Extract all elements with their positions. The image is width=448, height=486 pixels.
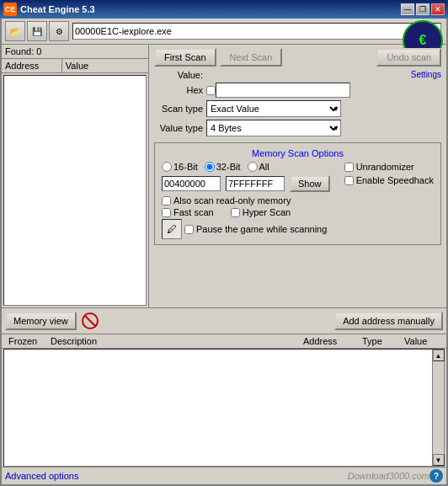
status-bar: Advanced options Download3000.com ? [2, 467, 446, 484]
title-buttons: — ❐ ✕ [401, 3, 445, 15]
to-input[interactable] [226, 176, 285, 191]
address-list-body [3, 75, 147, 306]
scan-type-row: Scan type Exact Value [154, 100, 441, 117]
fast-check-row: Fast scan [162, 207, 214, 217]
value-type-row: Value type 4 Bytes [154, 120, 441, 136]
stop-scan-button[interactable] [80, 311, 100, 331]
next-scan-button[interactable]: Next Scan [220, 48, 283, 67]
bit-radio-group: 16-Bit 32-Bit All [162, 162, 338, 172]
memory-scan-options: Memory Scan Options 16-Bit 32-Bit [154, 142, 441, 245]
watermark: Download3000.com [348, 471, 429, 481]
radio-32bit-label: 32-Bit [205, 162, 241, 172]
save-button[interactable]: 💾 [27, 21, 47, 41]
value-label: Value: [154, 70, 206, 80]
toolbar: 📂 💾 ⚙ € [2, 19, 446, 45]
process-input[interactable] [72, 23, 441, 40]
results-table-header: Frozen Description Address Type Value [2, 334, 446, 349]
readonly-checkbox[interactable] [162, 196, 171, 206]
hyper-scan-checkbox[interactable] [231, 208, 240, 217]
value-type-label: Value type [154, 123, 206, 133]
left-panel: Found: 0 Address Value [2, 45, 149, 307]
minimize-button[interactable]: — [401, 3, 414, 15]
radio-all-label: All [248, 162, 269, 172]
unrandomizer-checkbox[interactable] [344, 163, 354, 172]
scan-options-left: 16-Bit 32-Bit All [162, 162, 338, 239]
bottom-section: Memory view Add address manually Frozen … [2, 307, 446, 484]
add-address-button[interactable]: Add address manually [334, 312, 443, 330]
undo-scan-button[interactable]: Undo scan [376, 48, 441, 67]
scan-buttons-row: First Scan Next Scan Undo scan [154, 48, 441, 67]
pointer-icon: 🖊 [167, 223, 177, 235]
from-input[interactable] [162, 176, 221, 191]
close-button[interactable]: ✕ [431, 3, 445, 15]
open-icon: 📂 [10, 27, 20, 36]
main-window: 📂 💾 ⚙ € Found: 0 Address Value First [0, 19, 448, 486]
bottom-toolbar: Memory view Add address manually [2, 308, 446, 334]
radio-all[interactable] [248, 162, 258, 172]
unrandomizer-row: Unrandomizer [344, 162, 434, 172]
pointer-icon-box[interactable]: 🖊 [162, 219, 182, 239]
hex-label: Hex [154, 85, 206, 95]
main-content: Found: 0 Address Value First Scan Next S… [2, 45, 446, 307]
hex-row: Hex [154, 83, 441, 98]
scroll-down-arrow[interactable]: ▼ [433, 454, 445, 466]
scan-type-select[interactable]: Exact Value [206, 100, 341, 117]
scroll-up-arrow[interactable]: ▲ [433, 350, 445, 361]
value-col-header: Value [62, 59, 148, 72]
value-type-wrapper: 4 Bytes [206, 120, 341, 136]
value-col-header: Value [401, 336, 443, 346]
radio-16bit[interactable] [162, 162, 172, 172]
frozen-col-header: Frozen [5, 336, 47, 346]
save-icon: 💾 [32, 27, 42, 36]
address-col-header: Address [300, 336, 359, 346]
open-button[interactable]: 📂 [5, 21, 25, 41]
hyper-check-row: Hyper Scan [231, 207, 291, 217]
restore-button[interactable]: ❐ [416, 3, 429, 15]
fast-hyper-row: Fast scan Hyper Scan [162, 207, 338, 217]
right-extras: Unrandomizer Enable Speedhack [344, 162, 434, 185]
hex-checkbox[interactable] [206, 86, 216, 95]
speedhack-row: Enable Speedhack [344, 175, 434, 185]
first-scan-button[interactable]: First Scan [154, 48, 216, 67]
svg-line-1 [84, 315, 96, 327]
address-list-header: Address Value [2, 59, 148, 73]
help-button[interactable]: ? [429, 469, 443, 483]
desc-col-header: Description [47, 336, 300, 346]
right-panel: First Scan Next Scan Undo scan Settings … [149, 45, 446, 307]
type-col-header: Type [359, 336, 401, 346]
settings-link[interactable]: Settings [411, 70, 441, 79]
found-label: Found: 0 [2, 45, 148, 59]
speedhack-checkbox[interactable] [344, 176, 354, 185]
title-text: Cheat Engine 5.3 [20, 4, 95, 14]
value-input[interactable] [216, 83, 350, 98]
app-icon: CE [3, 3, 17, 16]
radio-32bit[interactable] [205, 162, 215, 172]
value-row: Value: [154, 70, 441, 80]
scan-checkboxes: Also scan read-only memory Fast scan Hyp… [162, 195, 338, 239]
results-scrollbar: ▲ ▼ [432, 350, 444, 466]
pause-check-row: 🖊 Pause the game while scanning [162, 219, 338, 239]
scan-type-label: Scan type [154, 104, 206, 114]
results-body: ▲ ▼ [3, 349, 445, 467]
memory-view-button[interactable]: Memory view [5, 312, 77, 330]
advanced-options-link[interactable]: Advanced options [5, 471, 78, 481]
fast-scan-checkbox[interactable] [162, 208, 171, 217]
address-col-header: Address [2, 59, 62, 72]
range-row: Show [162, 175, 338, 192]
settings-icon: ⚙ [56, 27, 63, 36]
settings-toolbar-button[interactable]: ⚙ [49, 21, 69, 41]
title-bar: CE Cheat Engine 5.3 — ❐ ✕ [0, 0, 448, 19]
show-button[interactable]: Show [290, 175, 330, 192]
scan-type-wrapper: Exact Value [206, 100, 341, 117]
radio-16bit-label: 16-Bit [162, 162, 198, 172]
pause-checkbox[interactable] [184, 225, 194, 234]
value-type-select[interactable]: 4 Bytes [206, 120, 341, 136]
scan-options-title: Memory Scan Options [162, 148, 434, 158]
readonly-check-row: Also scan read-only memory [162, 195, 338, 206]
title-bar-left: CE Cheat Engine 5.3 [3, 3, 95, 16]
